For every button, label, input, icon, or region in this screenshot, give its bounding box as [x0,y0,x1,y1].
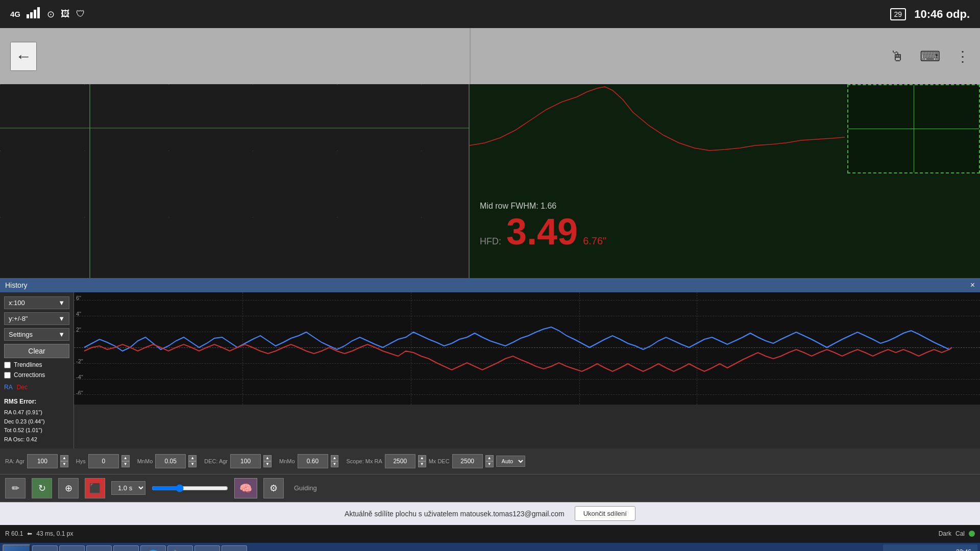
tot-error: Tot 0.52 (1.01") [4,426,69,435]
dec-agr-input[interactable] [230,454,261,468]
y-scale-dropdown[interactable]: y:+/-8"▼ [4,312,69,325]
windows-taskbar: ⊞ e 📁 ▶ O 🌐 🔭 PHO 📷 CS ⬆ 📶 🔊 22:46 10.5.… [0,543,980,551]
dec-legend: Dec [17,384,28,391]
ra-agr-up[interactable]: ▲ [60,455,68,461]
hfd-label: HFD: [480,236,501,247]
svg-rect-0 [27,14,29,18]
corrections-checkbox-row: Corrections [4,371,69,379]
ra-agr-spinner: ▲ ▼ [60,455,68,467]
mx-ra-down[interactable]: ▼ [418,461,426,467]
pencil-tool-button[interactable]: ✏ [5,478,26,498]
app1-button[interactable]: 🔭 [167,545,193,551]
hfd-display: Mid row FWHM: 1.66 HFD: 3.49 6.76" [470,173,847,278]
scope-label: Scope: Mx RA [346,458,382,464]
rms-section: RMS Error: RA 0.47 (0.91") Dec 0.23 (0.4… [4,397,69,444]
status-indicator [969,531,975,537]
mx-dec-spinner: ▲ ▼ [485,455,494,467]
mx-dec-down[interactable]: ▼ [485,461,494,467]
rms-title: RMS Error: [4,397,69,407]
ie-button[interactable]: e [32,545,58,551]
signal-bars-icon [27,7,41,21]
exposure-select[interactable]: 1.0 s [111,481,145,495]
main-content: Mid row FWHM: 1.66 HFD: 3.49 6.76" [0,84,980,278]
history-title: History [5,281,28,289]
guiding-label: Guiding [294,484,317,492]
mx-dec-input[interactable] [452,454,483,468]
hys-spinner: ▲ ▼ [121,455,130,467]
dec-mnmo-label: MnMo [279,458,295,464]
dec-mnmo-spinner: ▲ ▼ [331,455,339,467]
ra-agr-down[interactable]: ▼ [60,461,68,467]
dec-agr-down[interactable]: ▼ [263,461,272,467]
ra-agr-label: RA: Agr [5,458,24,464]
loop-button[interactable]: ↻ [32,478,52,498]
brain-button[interactable]: 🧠 [234,478,257,498]
trendlines-checkbox[interactable] [4,362,11,368]
ra-mnmo-input[interactable] [155,454,186,468]
clear-button[interactable]: Clear [4,344,69,358]
more-icon[interactable]: ⋮ [955,48,970,65]
tray-datetime: 22:46 10.5.2017 [944,548,971,551]
hfd-row: HFD: 3.49 6.76" [480,213,837,250]
hys-down[interactable]: ▼ [121,461,130,467]
hys-up[interactable]: ▲ [121,455,130,461]
top-divider [470,28,471,84]
ra-mnmo-label: MnMo [137,458,153,464]
mx-ra-input[interactable] [385,454,415,468]
mx-dec-label: Mx DEC [429,458,450,464]
image-icon: 🖼 [61,9,70,19]
telescope-view [0,84,470,278]
green-target-box [847,84,980,173]
dec-trace [84,292,952,405]
notification-text: Aktuálně sdílíte plochu s uživatelem mat… [345,510,565,518]
target-button[interactable]: ⊕ [58,478,79,498]
top-bar-left: ← [10,42,37,71]
stop-button[interactable]: ⬛ [85,478,105,498]
signal-4g-icon: 4G [10,10,20,18]
keyboard-icon[interactable]: ⌨ [920,48,940,65]
back-button[interactable]: ← [10,42,37,71]
mx-dec-up[interactable]: ▲ [485,455,494,461]
ms-value: 43 ms, 0.1 px [36,530,73,537]
opera-button[interactable]: O [113,545,139,551]
chrome-button[interactable]: 🌐 [140,545,166,551]
svg-rect-5 [0,84,469,278]
dec-mnmo-input[interactable] [298,454,328,468]
stop-sharing-button[interactable]: Ukončit sdílení [575,506,635,521]
bottom-toolbar: ✏ ↻ ⊕ ⬛ 1.0 s 🧠 ⚙ Guiding [0,474,980,502]
exposure-slider[interactable] [152,484,228,492]
auto-select[interactable]: Auto [496,456,525,467]
hys-label: Hys [76,458,86,464]
folder-button[interactable]: 📁 [59,545,85,551]
hfd-value: 3.49 [506,213,578,250]
dec-agr-group: DEC: Agr ▲ ▼ [204,454,272,468]
r-value: R 60.1 [5,530,23,537]
dec-agr-up[interactable]: ▲ [263,455,272,461]
x-scale-dropdown[interactable]: x:100▼ [4,296,69,309]
ra-agr-input[interactable] [27,454,58,468]
media-button[interactable]: ▶ [86,545,112,551]
history-close-button[interactable]: × [970,281,975,290]
dec-mnmo-down[interactable]: ▼ [331,461,339,467]
mouse-icon[interactable]: 🖱 [890,48,904,65]
status-left-bottom: R 60.1 ⬅ 43 ms, 0.1 px [5,530,73,537]
settings-dropdown[interactable]: Settings▼ [4,328,69,341]
trendlines-label: Trendlines [14,361,42,368]
settings-button[interactable]: ⚙ [263,478,284,498]
status-right-bottom: Dark Cal [939,530,975,537]
start-button[interactable]: ⊞ [3,544,31,551]
hys-input[interactable] [88,454,119,468]
scope-group: Scope: Mx RA ▲ ▼ Mx DEC ▲ ▼ Auto [346,454,525,468]
ra-mnmo-spinner: ▲ ▼ [188,455,197,467]
dec-mnmo-up[interactable]: ▲ [331,455,339,461]
corrections-checkbox[interactable] [4,372,11,379]
svg-rect-1 [30,12,33,18]
mx-ra-up[interactable]: ▲ [418,455,426,461]
corrections-label: Corrections [14,371,45,379]
ra-mnmo-group: MnMo ▲ ▼ [137,454,197,468]
photo-button[interactable]: 📷 [222,545,247,551]
ra-mnmo-down[interactable]: ▼ [188,461,197,467]
ra-mnmo-up[interactable]: ▲ [188,455,197,461]
pho-button[interactable]: PHO [194,545,220,551]
y-label-n6: -6" [76,390,83,396]
